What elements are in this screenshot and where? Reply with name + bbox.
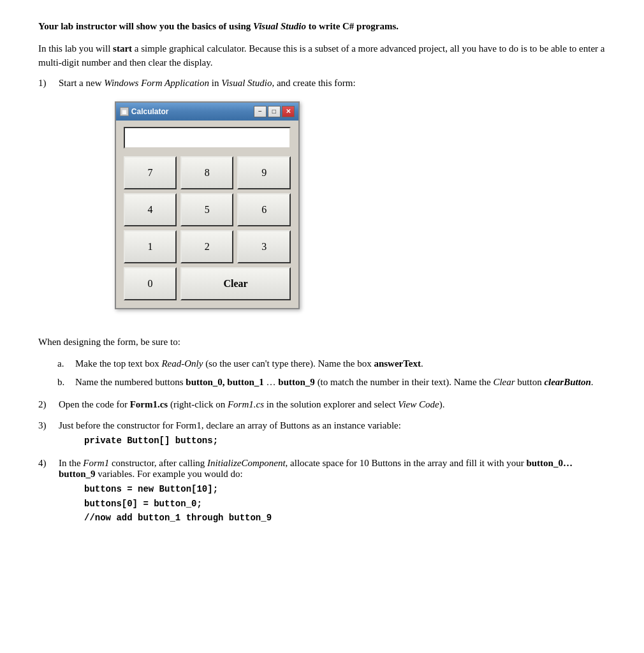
calculator-window: ▦ Calculator − □ ✕ 7 8 (115, 101, 300, 309)
step2-num: 2) (38, 399, 54, 410)
calc-display (124, 127, 291, 149)
visual-studio-name: Visual Studio (253, 21, 306, 31)
step1-num: 1) (38, 78, 54, 89)
button0-bold: button_0, button_1 (186, 377, 264, 387)
button0-9-bold: button_0…button_9 (59, 458, 573, 479)
answerText-bold: answerText (374, 358, 421, 369)
form1cs-italic: Form1.cs (228, 399, 264, 409)
step4-code-line1: buttons = new Button[10]; (84, 482, 606, 496)
button-1[interactable]: 1 (124, 230, 177, 263)
step4-code-line2: buttons[0] = button_0; (84, 497, 606, 511)
button-0[interactable]: 0 (124, 267, 177, 300)
step1-sub-list: a. Make the top text box Read-Only (so t… (38, 356, 606, 389)
calc-titlebar-left: ▦ Calculator (120, 107, 169, 116)
button-2[interactable]: 2 (180, 230, 233, 263)
button9-bold: button_9 (278, 377, 315, 387)
button-6[interactable]: 6 (237, 193, 290, 226)
step2-content: Open the code for Form1.cs (right-click … (59, 399, 444, 410)
step1-text-after: , and create this form: (272, 78, 355, 88)
intro-heading: Your lab instructor will show you the ba… (38, 19, 606, 34)
step1-sub-a: a. Make the top text box Read-Only (so t… (57, 356, 606, 371)
step2-item: 2) Open the code for Form1.cs (right-cli… (38, 399, 606, 410)
calc-app-icon: ▦ (120, 107, 129, 116)
button-9[interactable]: 9 (237, 156, 290, 189)
sub-a-letter: a. (57, 356, 70, 371)
step4-code-line3: //now add button_1 through button_9 (84, 511, 606, 525)
close-button[interactable]: ✕ (282, 106, 295, 117)
button-7[interactable]: 7 (124, 156, 177, 189)
step4-num: 4) (38, 458, 54, 469)
button-3[interactable]: 3 (237, 230, 290, 263)
clearButton-bolditalic: clearButton (544, 377, 590, 387)
button-4[interactable]: 4 (124, 193, 177, 226)
maximize-button[interactable]: □ (268, 106, 281, 117)
step1-item: 1) Start a new Windows Form Application … (38, 78, 606, 325)
sub-b-letter: b. (57, 375, 70, 390)
button-5[interactable]: 5 (180, 193, 233, 226)
page-content: Your lab instructor will show you the ba… (38, 19, 606, 525)
viewcode-italic: View Code (398, 399, 439, 409)
step4-content: In the Form1 constructor, after calling … (59, 458, 606, 525)
calc-titlebar: ▦ Calculator − □ ✕ (116, 103, 298, 121)
calculator-illustration: ▦ Calculator − □ ✕ 7 8 (59, 101, 356, 309)
initializecomponent-italic: InitializeComponent (207, 458, 286, 468)
step1-content: Start a new Windows Form Application in … (59, 78, 356, 325)
calc-button-grid: 7 8 9 4 5 6 1 2 3 0 Clear (124, 156, 291, 300)
step1-italic2: Visual Studio (221, 78, 272, 88)
step1-text-before: Start a new (59, 78, 104, 88)
step3-item: 3) Just before the constructor for Form1… (38, 420, 606, 448)
calc-controls: − □ ✕ (254, 106, 295, 117)
read-only-italic: Read-Only (161, 358, 203, 369)
sub-a-text: Make the top text box Read-Only (so the … (75, 356, 423, 371)
step4-item: 4) In the Form1 constructor, after calli… (38, 458, 606, 525)
form1cs-bold: Form1.cs (130, 399, 168, 409)
step1-italic1: Windows Form Application (104, 78, 209, 88)
minimize-button[interactable]: − (254, 106, 267, 117)
step1-sub-b: b. Name the numbered buttons button_0, b… (57, 375, 606, 390)
sub-b-text: Name the numbered buttons button_0, butt… (75, 375, 594, 390)
step1-sub-intro: When designing the form, be sure to: (38, 335, 606, 349)
step3-num: 3) (38, 420, 54, 431)
button-8[interactable]: 8 (180, 156, 233, 189)
step3-code: private Button[] buttons; (84, 434, 401, 448)
calc-body: 7 8 9 4 5 6 1 2 3 0 Clear (116, 121, 298, 308)
step3-content: Just before the constructor for Form1, d… (59, 420, 401, 448)
step3-text: Just before the constructor for Form1, d… (59, 420, 401, 430)
intro-paragraph: In this lab you will start a simple grap… (38, 41, 606, 70)
intro-heading-text: Your lab instructor will show you the ba… (38, 21, 399, 31)
start-bold: start (113, 43, 132, 54)
clear-button[interactable]: Clear (180, 267, 291, 300)
calc-title-text: Calculator (131, 107, 169, 116)
form1-italic: Form1 (83, 458, 109, 468)
step4-code-block: buttons = new Button[10]; buttons[0] = b… (84, 482, 606, 525)
step1-text-middle: in (209, 78, 221, 88)
clear-italic: Clear (493, 377, 515, 387)
